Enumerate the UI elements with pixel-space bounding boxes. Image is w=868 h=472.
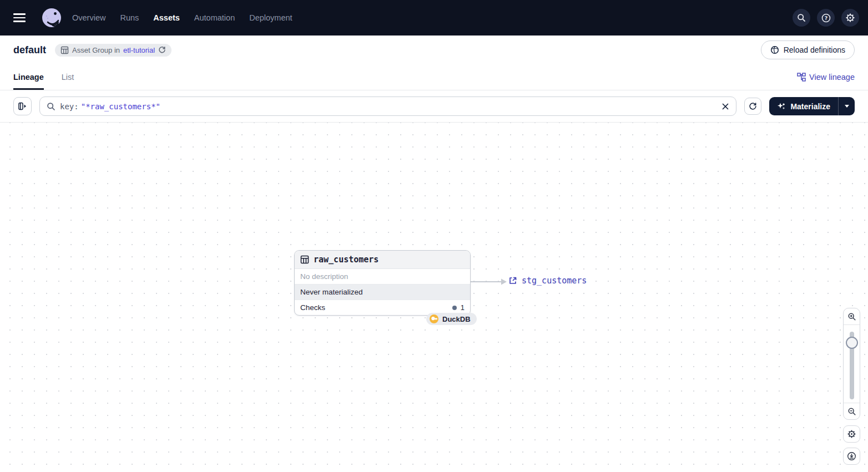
global-search-button[interactable] (793, 9, 810, 27)
reload-definitions-label: Reload definitions (784, 45, 845, 54)
help-button[interactable]: ? (817, 9, 835, 27)
materialize-label: Materialize (790, 102, 830, 111)
topbar-actions: ? (793, 9, 859, 27)
clear-filter-button[interactable] (721, 103, 729, 110)
asset-group-badge-label: Asset Group in (72, 46, 120, 54)
refresh-icon (749, 102, 757, 110)
graph-settings-button[interactable] (843, 425, 860, 443)
search-icon (797, 13, 806, 22)
refresh-graph-button[interactable] (744, 98, 761, 115)
materialize-split-button: Materialize (769, 97, 855, 115)
expand-panel-icon (18, 101, 27, 111)
downstream-asset-label: stg_customers (522, 276, 587, 286)
asset-node-status: Never materialized (295, 285, 470, 300)
view-lineage-label: View lineage (809, 73, 855, 82)
downstream-asset-stg-customers[interactable]: stg_customers (508, 276, 587, 286)
dagster-logo[interactable] (41, 7, 62, 28)
asset-node-description: No description (295, 269, 470, 285)
zoom-out-icon (847, 407, 856, 416)
zoom-in-icon (847, 312, 856, 321)
close-icon (721, 103, 729, 110)
page-header: default Asset Group in etl-tutorial Relo… (0, 35, 868, 64)
asset-filter-input[interactable]: key:"*raw_customers*" (39, 97, 736, 116)
kind-badge-duckdb[interactable]: DuckDB (426, 313, 477, 325)
download-icon (847, 451, 856, 461)
tab-list[interactable]: List (62, 64, 74, 90)
view-lineage-link[interactable]: View lineage (797, 64, 855, 90)
sparkle-icon (777, 102, 786, 111)
primary-nav: Overview Runs Assets Automation Deployme… (72, 13, 292, 22)
nav-runs[interactable]: Runs (120, 13, 139, 22)
code-location-link[interactable]: etl-tutorial (123, 46, 155, 54)
checks-label: Checks (300, 303, 325, 312)
page-title: default (13, 44, 46, 56)
kind-badge-label: DuckDB (442, 315, 471, 323)
tab-lineage[interactable]: Lineage (13, 64, 44, 90)
toggle-sidebar-button[interactable] (13, 97, 32, 115)
filter-key-token: key: (60, 102, 79, 111)
gear-icon (847, 429, 856, 439)
zoom-control-panel (843, 308, 860, 420)
checks-count: 1 (461, 303, 465, 312)
gear-icon (845, 13, 855, 23)
reload-icon (770, 45, 779, 54)
help-icon: ? (821, 13, 831, 23)
download-graph-button[interactable] (843, 448, 860, 465)
chevron-down-icon (845, 105, 849, 108)
zoom-out-button[interactable] (844, 403, 860, 419)
hamburger-menu-icon[interactable] (13, 8, 33, 28)
asset-group-icon (60, 46, 69, 54)
search-icon (47, 102, 55, 111)
asset-node-title: raw_customers (314, 255, 379, 265)
lineage-toolbar: key:"*raw_customers*" Materialize (0, 90, 868, 123)
nav-deployment[interactable]: Deployment (249, 13, 292, 22)
filter-value-token: "*raw_customers*" (81, 102, 160, 111)
lineage-canvas[interactable]: raw_customers No description Never mater… (0, 123, 868, 471)
lineage-graph-icon (797, 73, 806, 82)
asset-node-header[interactable]: raw_customers (295, 251, 470, 269)
svg-text:?: ? (824, 14, 827, 21)
settings-button[interactable] (841, 9, 859, 27)
nav-automation[interactable]: Automation (194, 13, 235, 22)
nav-overview[interactable]: Overview (72, 13, 105, 22)
reload-definitions-button[interactable]: Reload definitions (761, 40, 855, 59)
materialize-dropdown-button[interactable] (838, 97, 855, 115)
external-link-icon (508, 276, 517, 285)
asset-node-raw-customers[interactable]: raw_customers No description Never mater… (294, 250, 471, 316)
sync-status-icon[interactable] (158, 46, 166, 54)
duckdb-icon (430, 314, 438, 323)
asset-group-badge: Asset Group in etl-tutorial (55, 44, 171, 57)
zoom-in-button[interactable] (844, 308, 860, 325)
top-navigation-bar: Overview Runs Assets Automation Deployme… (0, 0, 868, 35)
check-status-dot (452, 306, 457, 310)
materialize-button[interactable]: Materialize (769, 97, 838, 115)
table-icon (300, 255, 309, 264)
zoom-slider-handle[interactable] (846, 337, 858, 349)
nav-assets[interactable]: Assets (153, 13, 180, 22)
tabs-bar: Lineage List View lineage (0, 64, 868, 90)
